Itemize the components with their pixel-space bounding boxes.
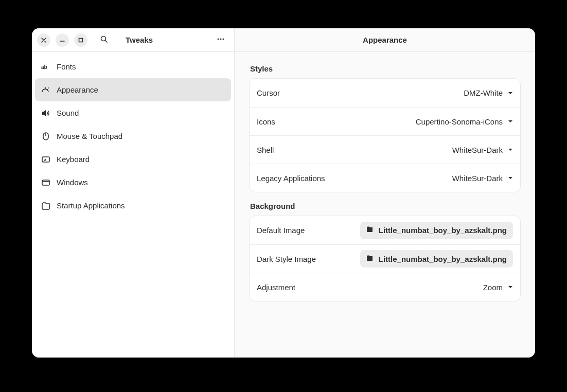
app-title: Tweaks	[126, 35, 153, 44]
row-label: Default Image	[257, 226, 305, 235]
background-group: Default Image Little_numbat_boy_by_azska…	[249, 216, 521, 301]
sidebar-item-startup[interactable]: Startup Applications	[35, 194, 231, 217]
sidebar-item-windows[interactable]: Windows	[35, 171, 231, 194]
sidebar-item-fonts[interactable]: ab Fonts	[35, 55, 231, 78]
appearance-icon	[41, 85, 50, 95]
svg-point-2	[218, 39, 219, 40]
svg-text:a: a	[44, 158, 46, 162]
row-icons[interactable]: Icons Cupertino-Sonoma-iCons	[250, 107, 520, 135]
sound-icon	[41, 109, 50, 118]
sidebar-item-label: Keyboard	[57, 155, 90, 164]
row-label: Icons	[257, 117, 275, 126]
sidebar-item-label: Fonts	[57, 62, 76, 71]
section-title-styles: Styles	[250, 64, 520, 73]
svg-rect-13	[42, 180, 49, 185]
titlebar-right: Appearance	[235, 28, 535, 52]
combo-value: Zoom	[483, 283, 503, 292]
more-icon	[217, 35, 225, 45]
row-label: Legacy Applications	[257, 174, 325, 183]
combo-value: WhiteSur-Dark	[452, 146, 503, 154]
maximize-button[interactable]	[74, 33, 87, 47]
section-title-background: Background	[250, 202, 520, 210]
svg-point-7	[43, 88, 44, 90]
chevron-down-icon	[508, 147, 513, 152]
combo-value: Cupertino-Sonoma-iCons	[416, 117, 503, 126]
fonts-icon: ab	[41, 62, 50, 72]
row-default-image: Default Image Little_numbat_boy_by_azska…	[250, 216, 520, 244]
svg-rect-0	[79, 38, 83, 42]
sidebar-item-appearance[interactable]: Appearance	[35, 78, 231, 101]
chevron-down-icon	[508, 91, 513, 96]
sidebar-item-label: Startup Applications	[57, 201, 125, 210]
sidebar-item-mouse[interactable]: Mouse & Touchpad	[35, 124, 231, 148]
left-pane: Tweaks ab Fonts Appearance	[32, 28, 235, 358]
row-cursor[interactable]: Cursor DMZ-White	[250, 79, 520, 107]
row-dark-image: Dark Style Image Little_numbat_boy_by_az…	[250, 244, 520, 273]
sidebar-item-keyboard[interactable]: a Keyboard	[35, 148, 231, 171]
sidebar-item-label: Mouse & Touchpad	[57, 132, 122, 140]
titlebar-left: Tweaks	[32, 28, 234, 52]
folder-icon	[366, 255, 374, 263]
row-label: Adjustment	[257, 283, 295, 292]
file-name: Little_numbat_boy_by_azskalt.png	[379, 255, 507, 263]
legacy-combo[interactable]: WhiteSur-Dark	[452, 174, 513, 183]
sidebar-item-sound[interactable]: Sound	[35, 101, 231, 124]
svg-point-4	[223, 39, 224, 40]
dark-image-file-button[interactable]: Little_numbat_boy_by_azskalt.png	[360, 250, 513, 268]
windows-icon	[41, 178, 50, 187]
row-label: Dark Style Image	[257, 255, 316, 263]
sidebar-item-label: Windows	[57, 178, 88, 187]
row-adjustment[interactable]: Adjustment Zoom	[250, 273, 520, 301]
chevron-down-icon	[508, 119, 513, 124]
chevron-down-icon	[508, 175, 513, 181]
page-title: Appearance	[363, 35, 407, 44]
row-legacy[interactable]: Legacy Applications WhiteSur-Dark	[250, 164, 520, 192]
menu-button[interactable]	[212, 32, 229, 48]
mouse-icon	[41, 132, 50, 141]
default-image-file-button[interactable]: Little_numbat_boy_by_azskalt.png	[360, 222, 513, 239]
row-label: Cursor	[257, 88, 280, 97]
sidebar: ab Fonts Appearance Sound Mous	[32, 52, 234, 220]
startup-icon	[41, 201, 50, 210]
chevron-down-icon	[508, 284, 513, 290]
svg-point-6	[45, 87, 46, 88]
combo-value: WhiteSur-Dark	[452, 174, 503, 183]
close-icon	[41, 38, 46, 43]
shell-combo[interactable]: WhiteSur-Dark	[452, 146, 513, 154]
folder-icon	[366, 226, 374, 235]
svg-point-3	[220, 39, 222, 40]
styles-group: Cursor DMZ-White Icons Cupertino-Sonoma-…	[249, 78, 521, 192]
content: Styles Cursor DMZ-White Icons Cupertino-…	[235, 52, 535, 316]
file-name: Little_numbat_boy_by_azskalt.png	[379, 226, 507, 235]
maximize-icon	[78, 38, 83, 43]
right-pane: Appearance Styles Cursor DMZ-White Icons	[235, 28, 535, 358]
row-shell[interactable]: Shell WhiteSur-Dark	[250, 135, 520, 164]
search-icon	[100, 35, 108, 45]
row-label: Shell	[257, 146, 274, 154]
svg-text:ab: ab	[41, 64, 47, 70]
cursor-combo[interactable]: DMZ-White	[464, 88, 513, 97]
sidebar-item-label: Appearance	[57, 85, 98, 94]
keyboard-icon: a	[41, 155, 50, 164]
sidebar-item-label: Sound	[57, 109, 79, 117]
search-button[interactable]	[96, 32, 112, 48]
app-window: Tweaks ab Fonts Appearance	[32, 28, 535, 358]
close-button[interactable]	[37, 33, 50, 47]
combo-value: DMZ-White	[464, 88, 503, 97]
adjustment-combo[interactable]: Zoom	[483, 283, 513, 292]
minimize-button[interactable]	[56, 33, 69, 47]
svg-point-8	[47, 88, 48, 90]
minimize-icon	[60, 38, 65, 43]
icons-combo[interactable]: Cupertino-Sonoma-iCons	[416, 117, 513, 126]
